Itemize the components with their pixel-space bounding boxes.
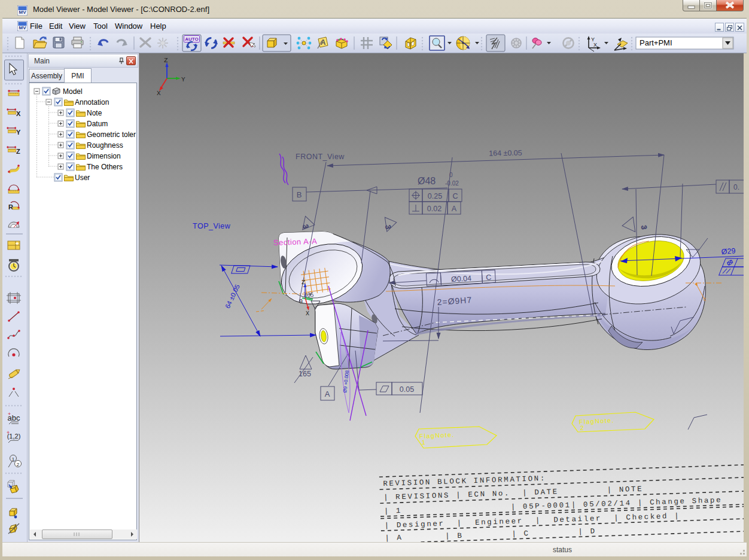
svg-text:FRONT_View: FRONT_View: [296, 153, 345, 161]
svg-text:Y: Y: [181, 76, 185, 83]
svg-text:0: 0: [299, 299, 303, 305]
svg-text:MV: MV: [19, 25, 27, 31]
svg-text:Ø48: Ø48: [418, 176, 436, 186]
svg-text:0.: 0.: [733, 183, 739, 191]
svg-text:c: c: [704, 296, 707, 302]
svg-text:X: X: [157, 90, 161, 97]
svg-text:+: +: [8, 411, 11, 417]
svg-text:Z: Z: [164, 57, 168, 64]
svg-text:A: A: [452, 205, 457, 213]
svg-text:MV: MV: [19, 10, 27, 15]
svg-text:Z: Z: [16, 148, 20, 155]
svg-text:2: 2: [580, 424, 584, 431]
svg-text:Part+PMI: Part+PMI: [640, 38, 672, 47]
svg-text:0.02: 0.02: [427, 205, 442, 213]
svg-text:C: C: [452, 192, 458, 200]
svg-text:Section A-A: Section A-A: [273, 236, 318, 247]
svg-text:Y: Y: [16, 129, 21, 136]
svg-text:-0.02: -0.02: [445, 180, 459, 187]
svg-text:0: 0: [449, 172, 453, 178]
svg-text:3: 3: [640, 225, 648, 230]
svg-text:X: X: [16, 110, 21, 117]
svg-text:| REVISIONS | ECN No. | DATE: | REVISIONS | ECN No. | DATE | NOTE: [383, 485, 644, 502]
svg-text:A: A: [325, 389, 330, 398]
svg-text:Z: Z: [302, 279, 305, 286]
svg-text:AUTO: AUTO: [185, 36, 199, 42]
svg-text:165: 165: [299, 370, 311, 378]
svg-text:164 ±0.05: 164 ±0.05: [489, 149, 522, 158]
svg-text:X: X: [306, 311, 309, 317]
svg-text:Ø29: Ø29: [721, 246, 736, 256]
svg-text:+: +: [7, 430, 10, 436]
svg-text:B: B: [297, 190, 302, 199]
svg-text:1: 1: [12, 456, 15, 462]
svg-text:Ø0.04: Ø0.04: [451, 274, 472, 284]
svg-text:2: 2: [17, 462, 20, 467]
svg-text:3: 3: [383, 224, 392, 230]
svg-text:465: 465: [303, 291, 314, 299]
svg-text:0.25: 0.25: [428, 192, 442, 200]
svg-text:TOP_View: TOP_View: [193, 222, 231, 230]
svg-text:C: C: [486, 273, 492, 281]
svg-text:Ø9 +0.008: Ø9 +0.008: [342, 370, 350, 393]
svg-text:0.05: 0.05: [400, 385, 414, 394]
svg-text:X: X: [593, 42, 597, 48]
svg-text:1: 1: [421, 439, 426, 446]
